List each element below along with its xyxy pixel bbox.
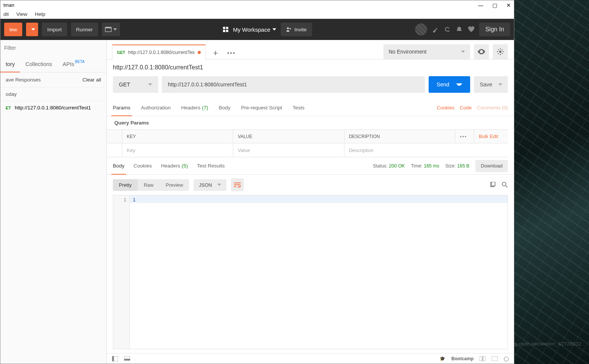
menu-view[interactable]: View: [16, 11, 27, 17]
tab-history[interactable]: tory: [0, 56, 20, 72]
comments-link[interactable]: Comments (0): [477, 105, 508, 111]
response-body-editor[interactable]: 1 1: [113, 195, 508, 349]
save-responses-toggle[interactable]: ave Responses: [6, 77, 41, 83]
resp-tab-cookies[interactable]: Cookies: [134, 157, 152, 174]
heart-icon[interactable]: [467, 25, 475, 34]
value-cell[interactable]: Value: [233, 143, 344, 157]
tab-tests[interactable]: Tests: [292, 100, 304, 116]
hide-sidebar-icon[interactable]: [112, 356, 118, 361]
tab-headers[interactable]: Headers(7): [181, 100, 208, 116]
col-key: KEY: [122, 130, 233, 143]
wrap-lines-button[interactable]: [231, 178, 244, 191]
find-icon[interactable]: [124, 356, 130, 361]
settings-icon[interactable]: [443, 25, 451, 34]
view-preview[interactable]: Preview: [160, 179, 189, 191]
tab-params[interactable]: Params: [113, 100, 131, 116]
menu-edit[interactable]: dit: [3, 11, 9, 17]
main-content: No Environment GET http://127.0.0.1:8080…: [107, 40, 514, 364]
history-item[interactable]: ET http://127.0.0.1:8080/currentTest1: [0, 101, 106, 114]
download-button[interactable]: Download: [475, 160, 508, 172]
sync-off-icon[interactable]: [415, 23, 427, 35]
status-bar: 🎓 Bootcamp ◯: [107, 353, 514, 364]
wrap-icon: [234, 182, 241, 187]
satellite-icon[interactable]: [431, 25, 439, 34]
format-selector[interactable]: JSON: [194, 179, 226, 191]
tab-body[interactable]: Body: [219, 100, 231, 116]
minimize-button[interactable]: —: [478, 2, 483, 8]
runner-button[interactable]: Runner: [71, 23, 98, 36]
help-icon[interactable]: ◯: [504, 356, 509, 361]
bulk-edit-link[interactable]: Bulk Edit: [474, 130, 508, 143]
notifications-icon[interactable]: [455, 25, 463, 34]
menu-help[interactable]: Help: [35, 11, 45, 17]
send-button[interactable]: Send: [429, 76, 470, 93]
import-button[interactable]: Import: [42, 23, 67, 36]
request-tab-verb: GET: [117, 50, 125, 55]
chevron-down-icon: [217, 184, 221, 186]
workspace-selector[interactable]: My Workspace: [233, 26, 276, 33]
beta-badge: BETA: [75, 60, 85, 64]
environment-selector[interactable]: No Environment: [383, 44, 470, 59]
url-input[interactable]: http://127.0.0.1:8080/currentTest1: [162, 76, 425, 93]
response-tabs: Body Cookies Headers(5) Test Results Sta…: [107, 157, 514, 175]
col-description: DESCRIPTION: [344, 130, 455, 143]
window-titlebar: tman — ▢ ✕: [0, 0, 514, 10]
tab-options-button[interactable]: •••: [225, 47, 237, 59]
search-response-button[interactable]: [502, 182, 508, 188]
ellipsis-icon: •••: [227, 50, 236, 57]
resp-tab-body[interactable]: Body: [113, 157, 125, 174]
close-button[interactable]: ✕: [506, 2, 511, 8]
invite-button[interactable]: Invite: [281, 23, 312, 36]
new-button[interactable]: lew: [4, 23, 22, 36]
history-day[interactable]: oday: [0, 88, 106, 101]
grid-icon: [223, 27, 228, 32]
view-raw[interactable]: Raw: [138, 179, 160, 191]
copy-response-button[interactable]: [490, 182, 496, 188]
clear-all-link[interactable]: Clear all: [82, 77, 101, 83]
unsaved-dot-icon: [198, 51, 201, 54]
environment-settings[interactable]: [493, 44, 508, 59]
description-cell[interactable]: Description: [344, 143, 508, 157]
sidebar-tabs: tory Collections APIsBETA: [0, 56, 106, 72]
view-pretty[interactable]: Pretty: [113, 179, 138, 191]
resp-tab-tests[interactable]: Test Results: [197, 157, 225, 174]
tab-collections[interactable]: Collections: [20, 56, 57, 72]
new-tab-button[interactable]: +: [209, 47, 221, 59]
cookies-link[interactable]: Cookies: [437, 105, 455, 111]
history-item-url: http://127.0.0.1:8080/currentTest1: [15, 105, 91, 111]
two-pane-icon[interactable]: [480, 356, 486, 361]
resp-tab-headers[interactable]: Headers(5): [161, 157, 188, 174]
request-tab[interactable]: GET http://127.0.0.1:8080/currentTes: [112, 45, 206, 60]
keyboard-icon[interactable]: [492, 356, 498, 361]
tab-prerequest[interactable]: Pre-request Script: [241, 100, 282, 116]
app-toolbar: lew Import Runner My Workspace Invite Si…: [0, 19, 514, 40]
bootcamp-link[interactable]: Bootcamp: [451, 356, 474, 361]
signin-button[interactable]: Sign In: [479, 23, 510, 36]
save-button[interactable]: Save: [474, 76, 508, 93]
save-responses-row: ave Responses Clear all: [0, 72, 106, 88]
code-link[interactable]: Code: [460, 105, 472, 111]
request-tab-label: http://127.0.0.1:8080/currentTes: [128, 50, 195, 55]
environment-quicklook[interactable]: [474, 44, 489, 59]
request-title: http://127.0.0.1:8080/currentTest1: [107, 60, 514, 74]
row-options[interactable]: •••: [455, 130, 474, 143]
url-row: GET http://127.0.0.1:8080/currentTest1 S…: [107, 74, 514, 100]
tab-authorization[interactable]: Authorization: [141, 100, 171, 116]
new-dropdown[interactable]: [26, 23, 38, 36]
chevron-down-icon: [148, 83, 152, 86]
chevron-down-icon: [113, 28, 117, 31]
query-params-title: Query Params: [107, 116, 514, 129]
filter-input[interactable]: [4, 45, 103, 51]
window-title: tman: [3, 2, 14, 8]
svg-rect-8: [112, 356, 114, 361]
svg-rect-5: [492, 182, 495, 186]
tab-apis[interactable]: APIsBETA: [57, 56, 90, 72]
table-row[interactable]: Key Value Description: [107, 143, 508, 157]
user-plus-icon: [286, 27, 291, 32]
method-selector[interactable]: GET: [113, 76, 158, 93]
capture-button[interactable]: [102, 23, 120, 36]
chevron-down-icon: [498, 83, 502, 86]
chevron-down-icon: [461, 51, 465, 53]
maximize-button[interactable]: ▢: [492, 2, 497, 8]
key-cell[interactable]: Key: [122, 143, 233, 157]
